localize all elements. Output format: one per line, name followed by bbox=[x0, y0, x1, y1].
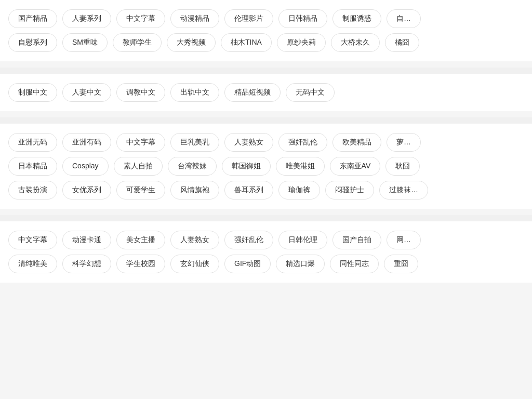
tag-jiaoshi-xuesheng[interactable]: 教师学生 bbox=[113, 33, 162, 52]
tag-row-1-1: 国产精品 人妻系列 中文字幕 动漫精品 伦理影片 日韩精品 制服诱惑 自… bbox=[8, 9, 524, 28]
section-1: 国产精品 人妻系列 中文字幕 动漫精品 伦理影片 日韩精品 制服诱惑 自… 自慰… bbox=[0, 0, 532, 61]
tag-yazhou-wuma[interactable]: 亚洲无码 bbox=[8, 133, 57, 152]
tag-row-3-2: 日本精品 Cosplay 素人自拍 台湾辣妹 韩国御姐 唯美港姐 东南亚AV 耿… bbox=[8, 157, 524, 176]
tag-yomu-tina[interactable]: 柚木TINA bbox=[221, 33, 272, 52]
tag-mensao-hushi[interactable]: 闷骚护士 bbox=[325, 181, 374, 200]
tag-zhongwen-zimu[interactable]: 中文字幕 bbox=[116, 9, 165, 28]
tag-keai-xuesheng[interactable]: 可爱学生 bbox=[116, 181, 165, 200]
divider-3 bbox=[0, 215, 532, 221]
tag-zhongwen-zimu-3[interactable]: 中文字幕 bbox=[8, 231, 57, 249]
tag-zi-overflow[interactable]: 自… bbox=[387, 9, 421, 28]
tag-shouner-xilie[interactable]: 兽耳系列 bbox=[224, 181, 273, 200]
tag-guochan-jingpin[interactable]: 国产精品 bbox=[8, 9, 57, 28]
tag-tiaojiao-zhongwen[interactable]: 调教中文 bbox=[116, 83, 165, 102]
tag-guoxi-wa-overflow[interactable]: 过膝袜… bbox=[379, 181, 428, 200]
divider-1 bbox=[0, 68, 532, 74]
tag-daxiu-shipin[interactable]: 大秀视频 bbox=[167, 33, 216, 52]
tag-qiangjian-lualun-2[interactable]: 强奸乱伦 bbox=[224, 231, 273, 249]
tag-chugui-zhongwen[interactable]: 出轨中文 bbox=[170, 83, 219, 102]
tag-renzhi-shunv[interactable]: 人妻熟女 bbox=[224, 133, 273, 152]
tag-nuyou-xilie[interactable]: 女优系列 bbox=[62, 181, 111, 200]
tag-taiwan-lamei[interactable]: 台湾辣妹 bbox=[168, 157, 217, 176]
section-3: 亚洲无码 亚洲有码 中文字幕 巨乳美乳 人妻熟女 强奸乱伦 欧美精品 萝… 日本… bbox=[0, 124, 532, 209]
tag-jingpin-duan-shipin[interactable]: 精品短视频 bbox=[224, 83, 281, 102]
tag-dongman-jingpin[interactable]: 动漫精品 bbox=[170, 9, 219, 28]
tag-riben-jingpin[interactable]: 日本精品 bbox=[8, 157, 57, 176]
tag-zhongwen-zimu-2[interactable]: 中文字幕 bbox=[116, 133, 165, 152]
tag-ju-overflow[interactable]: 橘囧 bbox=[385, 33, 419, 52]
section-4: 中文字幕 动漫卡通 美女主播 人妻熟女 强奸乱伦 日韩伦理 国产自拍 网… 清纯… bbox=[0, 221, 532, 283]
tag-lunli-yingpian[interactable]: 伦理影片 bbox=[224, 9, 273, 28]
tag-tongxing-tongzhi[interactable]: 同性同志 bbox=[330, 255, 379, 273]
tag-guzhuang-banyan[interactable]: 古装扮演 bbox=[8, 181, 57, 200]
tag-wang-overflow[interactable]: 网… bbox=[387, 231, 421, 249]
tag-yoga-ku[interactable]: 瑜伽裤 bbox=[278, 181, 320, 200]
tag-dongman-katong[interactable]: 动漫卡通 bbox=[62, 231, 111, 249]
tag-yuansha-yangli[interactable]: 原纱央莉 bbox=[277, 33, 326, 52]
tag-wuma-zhongwen[interactable]: 无码中文 bbox=[286, 83, 335, 102]
tag-row-3-1: 亚洲无码 亚洲有码 中文字幕 巨乳美乳 人妻熟女 强奸乱伦 欧美精品 萝… bbox=[8, 133, 524, 152]
tag-rihan-jingpin[interactable]: 日韩精品 bbox=[278, 9, 327, 28]
tag-yazhou-youma[interactable]: 亚洲有码 bbox=[62, 133, 111, 152]
tag-meinv-zhubo[interactable]: 美女主播 bbox=[116, 231, 165, 249]
tag-geng-overflow[interactable]: 耿囧 bbox=[385, 157, 420, 176]
tag-qiangjian-lualun[interactable]: 强奸乱伦 bbox=[278, 133, 327, 152]
divider-2 bbox=[0, 117, 532, 124]
tag-suren-zipai[interactable]: 素人自拍 bbox=[114, 157, 163, 176]
tag-hanguo-yujie[interactable]: 韩国御姐 bbox=[222, 157, 271, 176]
section-2: 制服中文 人妻中文 调教中文 出轨中文 精品短视频 无码中文 bbox=[0, 74, 532, 111]
tag-zhong-overflow[interactable]: 重囧 bbox=[384, 255, 418, 273]
tag-fengqing-qipao[interactable]: 风情旗袍 bbox=[170, 181, 219, 200]
tag-zhifu-zhongwen[interactable]: 制服中文 bbox=[8, 83, 57, 102]
tag-gif-dongtu[interactable]: GIF动图 bbox=[224, 255, 271, 273]
tag-rihan-lunli[interactable]: 日韩伦理 bbox=[278, 231, 327, 249]
tag-guochan-zipai[interactable]: 国产自拍 bbox=[332, 231, 381, 249]
tag-sm-zhongwei[interactable]: SM重味 bbox=[62, 33, 108, 52]
tag-kexue-huanxiang[interactable]: 科学幻想 bbox=[62, 255, 111, 273]
tag-jingxuan-koubao[interactable]: 精选口爆 bbox=[276, 255, 325, 273]
tag-cosplay[interactable]: Cosplay bbox=[62, 157, 109, 176]
tag-renzhi-xilie[interactable]: 人妻系列 bbox=[62, 9, 111, 28]
tag-renzhi-zhongwen[interactable]: 人妻中文 bbox=[62, 83, 111, 102]
tag-ziwei-xilie[interactable]: 自慰系列 bbox=[8, 33, 57, 52]
tag-row-2-1: 制服中文 人妻中文 调教中文 出轨中文 精品短视频 无码中文 bbox=[8, 83, 524, 102]
tag-dongnanya-av[interactable]: 东南亚AV bbox=[330, 157, 381, 176]
tag-oumei-jingpin[interactable]: 欧美精品 bbox=[332, 133, 381, 152]
tag-row-3-3: 古装扮演 女优系列 可爱学生 风情旗袍 兽耳系列 瑜伽裤 闷骚护士 过膝袜… bbox=[8, 181, 524, 200]
tag-row-4-1: 中文字幕 动漫卡通 美女主播 人妻熟女 强奸乱伦 日韩伦理 国产自拍 网… bbox=[8, 231, 524, 249]
tag-xuesheng-xiaoyuan[interactable]: 学生校园 bbox=[116, 255, 165, 273]
tag-xuanhuan-xianxia[interactable]: 玄幻仙侠 bbox=[170, 255, 219, 273]
tag-juru-meiliu[interactable]: 巨乳美乳 bbox=[170, 133, 219, 152]
tag-weimei-gangjie[interactable]: 唯美港姐 bbox=[276, 157, 325, 176]
tag-row-1-2: 自慰系列 SM重味 教师学生 大秀视频 柚木TINA 原纱央莉 大桥未久 橘囧 bbox=[8, 33, 524, 52]
tag-zhifu-youhuo[interactable]: 制服诱惑 bbox=[332, 9, 381, 28]
tag-luo-overflow[interactable]: 萝… bbox=[387, 133, 421, 152]
tag-row-4-2: 清纯唯美 科学幻想 学生校园 玄幻仙侠 GIF动图 精选口爆 同性同志 重囧 bbox=[8, 255, 524, 273]
tag-renzhi-shunv-2[interactable]: 人妻熟女 bbox=[170, 231, 219, 249]
tag-qingchun-weimei[interactable]: 清纯唯美 bbox=[8, 255, 57, 273]
tag-daqiao-weijiu[interactable]: 大桥未久 bbox=[331, 33, 380, 52]
